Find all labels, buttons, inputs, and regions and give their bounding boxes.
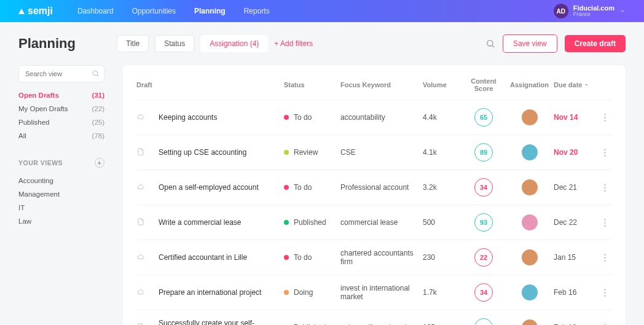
svg-line-1 (492, 45, 494, 47)
avatar (522, 109, 538, 125)
row-menu-button[interactable] (597, 219, 612, 227)
draft-title[interactable]: Setting up CSE accounting (159, 148, 279, 157)
draft-title[interactable]: Prepare an international project (159, 288, 279, 297)
score-cell: 88 (462, 318, 505, 325)
filter-chip[interactable]: Title (117, 35, 149, 52)
row-menu-button[interactable] (597, 114, 612, 122)
score-badge: 88 (474, 318, 493, 325)
save-view-button[interactable]: Save view (503, 34, 557, 53)
col-volume[interactable]: Volume (423, 81, 457, 88)
header-actions: Save view Create draft (485, 34, 626, 53)
assignee-cell[interactable] (510, 144, 549, 160)
nav-opportunities[interactable]: Opportunities (132, 7, 176, 15)
keyword-cell: CSE (340, 148, 418, 157)
assignee-cell[interactable] (510, 249, 549, 265)
score-badge: 34 (474, 178, 493, 197)
status-label: To do (294, 113, 312, 122)
sidebar-view-item[interactable]: Management (18, 190, 104, 198)
draft-title[interactable]: Certified accountant in Lille (159, 253, 279, 262)
score-badge: 65 (474, 108, 493, 127)
file-icon (136, 147, 154, 158)
page-header: Planning TitleStatusAssignation (4)+ Add… (0, 22, 644, 65)
table-row[interactable]: Open a self-employed account To do Profe… (136, 170, 612, 205)
add-view-button[interactable]: + (95, 158, 104, 168)
account-switcher[interactable]: AD Fiducial.com France (554, 4, 626, 18)
nav-dashboard[interactable]: Dashboard (77, 7, 114, 15)
search-icon[interactable] (485, 39, 495, 49)
col-due-date[interactable]: Due date (554, 81, 592, 88)
sidebar-view-item[interactable]: Published(25) (18, 119, 104, 126)
col-assignation[interactable]: Assignation (510, 81, 549, 88)
status-cell: Published (284, 218, 336, 227)
assignee-cell[interactable] (510, 319, 549, 325)
status-label: To do (294, 253, 312, 262)
svg-point-2 (93, 71, 98, 76)
status-dot (284, 115, 289, 120)
score-cell: 89 (462, 143, 505, 162)
row-menu-button[interactable] (597, 254, 612, 262)
table-row[interactable]: Keeping accounts To do accountability 4.… (136, 100, 612, 135)
table-row[interactable]: Setting up CSE accounting Review CSE 4.1… (136, 135, 612, 170)
due-date-cell: Feb 16 (554, 288, 592, 297)
sort-asc-icon (584, 82, 589, 87)
due-date-cell: Jan 15 (554, 253, 592, 262)
nav-planning[interactable]: Planning (194, 7, 226, 15)
col-status[interactable]: Status (284, 81, 336, 88)
row-menu-button[interactable] (597, 149, 612, 157)
assignee-cell[interactable] (510, 179, 549, 195)
due-date-cell: Dec 22 (554, 218, 592, 227)
assignee-cell[interactable] (510, 214, 549, 230)
draft-title[interactable]: Keeping accounts (159, 113, 279, 122)
table-row[interactable]: Successfully create your self-employed b… (136, 310, 612, 325)
row-menu-button[interactable] (597, 289, 612, 297)
table-header: Draft Status Focus Keyword Volume Conten… (136, 72, 612, 100)
account-region: France (573, 12, 615, 18)
avatar (522, 284, 538, 300)
sidebar-view-item[interactable]: My Open Drafts(22) (18, 105, 104, 112)
draft-title[interactable]: Write a commercial lease (159, 218, 279, 227)
score-cell: 93 (462, 213, 505, 232)
brand-logo[interactable]: semji (18, 6, 53, 17)
table-row[interactable]: Prepare an international project Doing i… (136, 275, 612, 310)
add-filters-link[interactable]: + Add filters (274, 39, 313, 48)
cloud-icon (136, 112, 154, 123)
sidebar-view-item[interactable]: Law (18, 217, 104, 225)
col-score[interactable]: Content Score (462, 77, 505, 92)
volume-cell: 230 (423, 253, 457, 262)
sidebar-view-item[interactable]: IT (18, 204, 104, 211)
table-row[interactable]: Write a commercial lease Published comme… (136, 205, 612, 240)
avatar (522, 144, 538, 160)
score-badge: 22 (474, 248, 493, 267)
table-row[interactable]: Certified accountant in Lille To do char… (136, 240, 612, 275)
col-draft[interactable]: Draft (136, 81, 279, 88)
create-draft-button[interactable]: Create draft (565, 35, 626, 52)
assignee-cell[interactable] (510, 109, 549, 125)
status-cell: Review (284, 148, 336, 157)
default-views-list: Open Drafts(31)My Open Drafts(22)Publish… (18, 92, 104, 139)
draft-title[interactable]: Open a self-employed account (159, 183, 279, 192)
row-menu-button[interactable] (597, 184, 612, 192)
score-cell: 34 (462, 178, 505, 197)
status-cell: To do (284, 253, 336, 262)
assignee-cell[interactable] (510, 284, 549, 300)
draft-title[interactable]: Successfully create your self-employed b… (159, 319, 279, 325)
status-dot (284, 255, 289, 260)
score-badge: 34 (474, 283, 493, 302)
col-keyword[interactable]: Focus Keyword (340, 81, 418, 88)
sidebar-view-item[interactable]: Accounting (18, 177, 104, 184)
score-cell: 65 (462, 108, 505, 127)
cloud-icon (136, 182, 154, 193)
status-dot (284, 290, 289, 295)
svg-point-0 (487, 41, 493, 46)
filter-chip[interactable]: Status (155, 35, 194, 52)
sidebar-view-item[interactable]: All(78) (18, 132, 104, 139)
nav-reports[interactable]: Reports (244, 7, 270, 15)
your-views-label: YOUR VIEWS (18, 159, 63, 166)
filter-chip[interactable]: Assignation (4) (200, 35, 268, 52)
account-badge: AD (554, 4, 568, 18)
status-dot (284, 220, 289, 225)
account-info: Fiducial.com France (573, 4, 615, 18)
volume-cell: 1.7k (423, 288, 457, 297)
sidebar-view-item[interactable]: Open Drafts(31) (18, 92, 104, 99)
status-label: Doing (294, 288, 313, 297)
